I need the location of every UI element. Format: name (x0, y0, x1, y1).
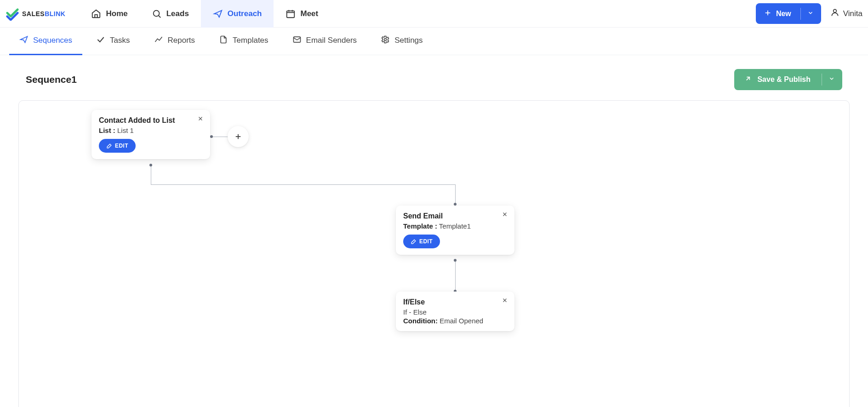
edit-button[interactable]: EDIT (99, 139, 136, 153)
chevron-down-icon[interactable] (807, 10, 814, 18)
save-button-label: Save & Publish (757, 75, 811, 84)
node-title: If/Else (403, 298, 507, 306)
top-nav: SALESBLINK Home Leads Outreach Meet New (0, 0, 868, 28)
close-icon[interactable] (196, 115, 205, 123)
connector-line (455, 259, 456, 292)
user-menu[interactable]: Vinita (830, 8, 862, 19)
node-detail: Template : Template1 (403, 222, 507, 230)
logo-text: SALESBLINK (22, 10, 65, 17)
send-icon (213, 9, 223, 19)
close-icon[interactable] (501, 296, 509, 304)
node-subtitle: If - Else (403, 308, 507, 316)
plus-icon (764, 9, 771, 18)
edit-button-label: EDIT (419, 238, 433, 245)
connector-dot (454, 259, 457, 262)
edit-button-label: EDIT (115, 143, 128, 149)
node-title: Contact Added to List (99, 116, 203, 125)
svg-rect-1 (287, 11, 295, 17)
logo-mark-icon (6, 7, 19, 21)
edit-button[interactable]: EDIT (403, 235, 440, 248)
home-icon (91, 9, 101, 19)
subnav-settings[interactable]: Settings (371, 28, 433, 55)
nav-leads[interactable]: Leads (140, 0, 201, 28)
subnav-label: Sequences (33, 36, 72, 45)
nav-meet[interactable]: Meet (274, 0, 330, 28)
close-icon[interactable] (501, 210, 509, 218)
nav-home[interactable]: Home (79, 0, 139, 28)
connector-dot (149, 164, 152, 166)
new-button[interactable]: New (756, 3, 821, 24)
connector-line (151, 184, 456, 185)
node-contact-added[interactable]: Contact Added to List List : List 1 EDIT (91, 110, 210, 159)
subnav-tasks[interactable]: Tasks (86, 28, 140, 55)
save-publish-button[interactable]: Save & Publish (734, 69, 842, 90)
check-icon (96, 35, 105, 46)
subnav-label: Email Senders (306, 36, 357, 45)
sequence-canvas[interactable]: Contact Added to List List : List 1 EDIT… (18, 100, 850, 407)
subnav-email-senders[interactable]: Email Senders (282, 28, 367, 55)
file-icon (219, 35, 228, 46)
logo[interactable]: SALESBLINK (6, 7, 65, 21)
node-detail: List : List 1 (99, 126, 203, 134)
plus-icon (234, 132, 242, 141)
svg-point-2 (833, 9, 836, 12)
mail-icon (292, 35, 302, 46)
user-name: Vinita (843, 9, 862, 18)
page-title: Sequence1 (26, 74, 77, 85)
subnav-reports[interactable]: Reports (144, 28, 206, 55)
nav-label: Home (106, 9, 127, 18)
sub-nav: Sequences Tasks Reports Templates Email … (0, 28, 868, 55)
connector-dot (210, 135, 213, 138)
subnav-label: Tasks (110, 36, 130, 45)
arrow-out-icon (744, 75, 752, 84)
subnav-label: Settings (394, 36, 423, 45)
nav-label: Leads (166, 9, 189, 18)
connector-line (151, 164, 151, 184)
nav-label: Meet (300, 9, 318, 18)
user-icon (830, 8, 839, 19)
svg-point-4 (384, 38, 387, 40)
subnav-templates[interactable]: Templates (209, 28, 278, 55)
subnav-label: Templates (233, 36, 268, 45)
calendar-icon (286, 9, 296, 19)
edit-icon (411, 239, 417, 245)
new-button-label: New (776, 10, 791, 18)
node-if-else[interactable]: If/Else If - Else Condition: Email Opene… (396, 292, 514, 331)
subnav-label: Reports (168, 36, 195, 45)
gear-icon (381, 35, 390, 46)
edit-icon (106, 143, 112, 149)
chevron-down-icon[interactable] (828, 75, 835, 84)
node-send-email[interactable]: Send Email Template : Template1 EDIT (396, 206, 514, 255)
page-header: Sequence1 Save & Publish (9, 69, 859, 90)
add-step-button[interactable] (228, 126, 249, 147)
search-icon (152, 9, 162, 19)
node-detail: Condition: Email Opened (403, 317, 507, 325)
nav-label: Outreach (228, 9, 262, 18)
svg-point-0 (153, 10, 159, 16)
nav-outreach[interactable]: Outreach (201, 0, 274, 28)
send-icon (19, 35, 29, 46)
subnav-sequences[interactable]: Sequences (9, 28, 82, 55)
node-title: Send Email (403, 212, 507, 220)
chart-icon (154, 35, 163, 46)
